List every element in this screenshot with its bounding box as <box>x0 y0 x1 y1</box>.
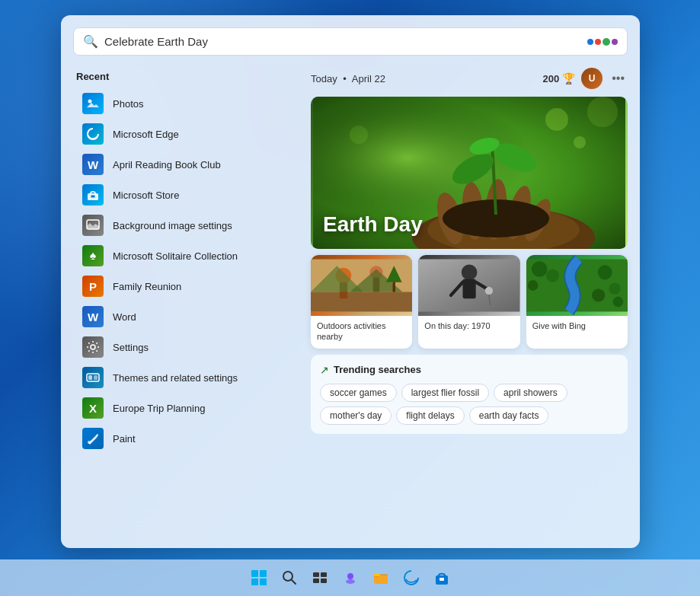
more-options-button[interactable]: ••• <box>609 70 628 87</box>
svg-point-7 <box>91 345 95 349</box>
trend-pill-2[interactable]: april showers <box>494 384 567 402</box>
app-item-5[interactable]: ♠Microsoft Solitaire Collection <box>67 241 299 271</box>
app-icon-0 <box>82 93 104 114</box>
trend-pill-1[interactable]: largest flier fossil <box>401 384 489 402</box>
recent-section-title: Recent <box>61 68 305 88</box>
trend-pill-5[interactable]: earth day facts <box>469 406 549 425</box>
trend-pill-3[interactable]: mother's day <box>320 406 392 425</box>
search-bar[interactable]: 🔍 <box>73 27 628 56</box>
taskbar <box>0 559 700 596</box>
app-name-5: Microsoft Solitaire Collection <box>113 250 238 262</box>
windows-start-icon[interactable] <box>247 566 271 590</box>
app-icon-1 <box>82 123 104 145</box>
task-view-icon[interactable] <box>308 566 332 590</box>
search-taskbar-icon[interactable] <box>277 566 302 590</box>
trend-pill-4[interactable]: flight delays <box>396 406 464 425</box>
today-label: Today <box>311 73 337 84</box>
app-name-9: Themes and related settings <box>113 372 238 384</box>
sub-card-img-2 <box>526 255 628 316</box>
app-icon-3 <box>82 184 104 206</box>
svg-point-49 <box>532 261 548 277</box>
windows-logo <box>251 570 267 585</box>
date-separator: • <box>343 73 347 84</box>
outdoors-image <box>311 255 412 316</box>
app-name-8: Settings <box>113 342 149 353</box>
sub-card-0[interactable]: Outdoors activities nearby <box>311 255 412 349</box>
date-value: April 22 <box>352 73 385 84</box>
svg-rect-67 <box>439 578 444 581</box>
app-name-0: Photos <box>113 98 143 110</box>
svg-rect-4 <box>91 196 95 198</box>
app-icon-9 <box>82 367 104 388</box>
app-item-11[interactable]: Paint <box>67 423 299 454</box>
app-item-4[interactable]: Background image settings <box>67 210 299 241</box>
app-icon-2: W <box>82 154 104 175</box>
svg-point-1 <box>88 100 92 104</box>
left-panel: Recent PhotosMicrosoft EdgeWApril Readin… <box>61 62 305 548</box>
sub-card-label-0: Outdoors activities nearby <box>311 316 412 349</box>
trending-title: Trending searches <box>334 364 421 375</box>
app-item-2[interactable]: WApril Reading Book Club <box>67 149 299 180</box>
main-content: Recent PhotosMicrosoft EdgeWApril Readin… <box>61 62 640 548</box>
svg-rect-58 <box>313 572 319 577</box>
sub-card-label-1: On this day: 1970 <box>418 316 519 337</box>
store-taskbar-icon[interactable] <box>430 566 454 590</box>
right-panel: Today • April 22 200 🏆 U ••• <box>305 62 640 548</box>
svg-rect-59 <box>321 572 327 577</box>
points-value: 200 <box>542 73 559 84</box>
app-item-8[interactable]: Settings <box>67 332 299 362</box>
app-icon-11 <box>82 428 104 449</box>
edge-taskbar-svg <box>403 569 420 586</box>
app-item-10[interactable]: XEurope Trip Planning <box>67 393 299 423</box>
svg-rect-65 <box>374 573 380 576</box>
win-sq-1 <box>251 570 258 577</box>
svg-point-16 <box>587 97 618 127</box>
trending-icon: ↗ <box>320 364 329 376</box>
app-name-11: Paint <box>113 433 136 445</box>
edge-taskbar-icon[interactable] <box>399 566 424 590</box>
store-taskbar-svg <box>433 569 450 586</box>
svg-rect-0 <box>86 97 100 110</box>
task-view-svg <box>312 570 328 585</box>
svg-point-50 <box>545 269 558 282</box>
svg-line-57 <box>292 580 296 584</box>
app-item-3[interactable]: Microsoft Store <box>67 180 299 210</box>
bing-dot-blue <box>587 39 593 45</box>
win-sq-4 <box>260 578 267 585</box>
app-item-0[interactable]: Photos <box>67 88 299 119</box>
points-badge[interactable]: 200 🏆 <box>542 72 575 84</box>
file-explorer-svg <box>372 569 389 586</box>
header-right: 200 🏆 U ••• <box>542 68 628 89</box>
app-list: PhotosMicrosoft EdgeWApril Reading Book … <box>61 88 305 454</box>
app-icon-6: P <box>82 276 104 297</box>
svg-point-42 <box>462 264 478 280</box>
svg-point-11 <box>88 441 91 444</box>
sub-card-img-0 <box>311 255 412 316</box>
hero-card[interactable]: Earth Day <box>311 97 628 249</box>
app-icon-7: W <box>82 306 104 327</box>
app-name-3: Microsoft Store <box>113 190 179 201</box>
app-name-1: Microsoft Edge <box>113 129 179 140</box>
sub-card-1[interactable]: On this day: 1970 <box>418 255 519 349</box>
sub-cards-container: Outdoors activities nearby <box>311 255 628 349</box>
svg-point-53 <box>609 283 620 295</box>
app-item-6[interactable]: PFamily Reunion <box>67 271 299 301</box>
app-item-9[interactable]: Themes and related settings <box>67 362 299 393</box>
sub-card-2[interactable]: Give with Bing <box>526 255 628 349</box>
search-input[interactable] <box>104 35 587 48</box>
file-explorer-icon[interactable] <box>369 566 393 590</box>
chat-icon[interactable] <box>338 566 363 590</box>
bing-dot-red <box>595 39 601 45</box>
svg-point-52 <box>597 265 612 279</box>
sub-card-img-1 <box>418 255 519 316</box>
win-sq-2 <box>260 570 267 577</box>
trophy-icon: 🏆 <box>562 72 575 84</box>
app-icon-8 <box>82 336 104 358</box>
app-name-10: Europe Trip Planning <box>113 403 205 414</box>
app-item-1[interactable]: Microsoft Edge <box>67 119 299 149</box>
svg-rect-9 <box>88 375 92 380</box>
trend-pill-0[interactable]: soccer games <box>320 384 397 402</box>
user-avatar[interactable]: U <box>581 68 603 89</box>
app-name-2: April Reading Book Club <box>113 159 221 171</box>
app-item-7[interactable]: WWord <box>67 301 299 332</box>
